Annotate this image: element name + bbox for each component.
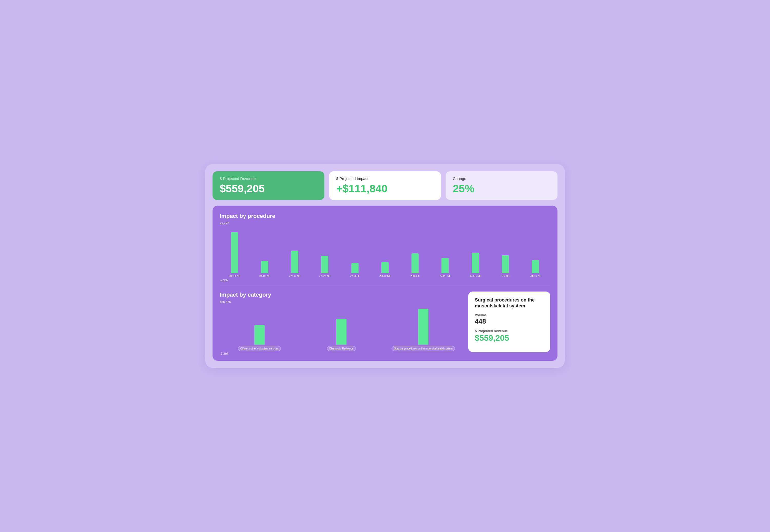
kpi-projected-revenue-value: $559,205 bbox=[220, 183, 317, 195]
procedure-bar[interactable] bbox=[472, 253, 479, 273]
detail-revenue-label: $ Projected Revenue bbox=[475, 329, 543, 333]
procedure-bar-label: 27130 F bbox=[350, 275, 360, 277]
bottom-row: Impact by category $56,676 Office or oth… bbox=[220, 292, 550, 356]
kpi-projected-impact-label: $ Projected Impact bbox=[336, 176, 434, 181]
kpi-change-value: 25% bbox=[453, 183, 550, 195]
procedure-bar-col: 27130 F bbox=[341, 226, 369, 277]
category-section: Impact by category $56,676 Office or oth… bbox=[220, 292, 463, 356]
procedure-bar[interactable] bbox=[532, 260, 539, 273]
procedure-chart-area: 22,477 99214 NF99203 NF27447 NFJ7324 NF2… bbox=[220, 222, 550, 282]
category-bar-label: Diagnostic Radiology bbox=[327, 346, 356, 351]
procedure-bar-col: J7324 NF bbox=[311, 226, 339, 277]
procedure-bar[interactable] bbox=[351, 263, 359, 273]
procedure-bar-label: 27130 F bbox=[501, 275, 510, 277]
procedure-bar[interactable] bbox=[231, 232, 238, 273]
detail-revenue-value: $559,205 bbox=[475, 333, 543, 343]
kpi-change-label: Change bbox=[453, 176, 550, 181]
procedure-bar-col: 20610 NF bbox=[371, 226, 399, 277]
category-y-min: -7,393 bbox=[220, 352, 463, 356]
category-bar-col: Diagnostic Radiology bbox=[303, 305, 380, 351]
procedure-bar-col: 99214 NF bbox=[221, 226, 248, 277]
procedure-bar[interactable] bbox=[381, 262, 389, 273]
category-bar-chart: Office or other outpatient servicesDiagn… bbox=[220, 305, 463, 351]
procedure-bar[interactable] bbox=[261, 261, 268, 273]
kpi-projected-impact: $ Projected Impact +$111,840 bbox=[329, 171, 441, 200]
category-y-max: $56,676 bbox=[220, 300, 463, 304]
category-bar-col: Surgical procedures on the musculoskelet… bbox=[385, 305, 462, 351]
procedure-bar-col: 27130 F bbox=[491, 226, 519, 277]
procedure-bar-label: 27447 NF bbox=[440, 275, 451, 277]
procedure-bar-col: 99203 NF bbox=[251, 226, 278, 277]
kpi-change: Change 25% bbox=[446, 171, 557, 200]
kpi-row: $ Projected Revenue $559,205 $ Projected… bbox=[213, 171, 557, 200]
procedure-bar-label: 29826 F bbox=[410, 275, 420, 277]
procedure-bar-label: 20610 NF bbox=[379, 275, 391, 277]
detail-card: Surgical procedures on the musculskeleta… bbox=[468, 292, 550, 352]
category-chart-area: $56,676 Office or other outpatient servi… bbox=[220, 300, 463, 356]
procedure-bar-col: 27447 NF bbox=[281, 226, 309, 277]
procedure-bar-label: 99203 NF bbox=[259, 275, 270, 277]
category-chart-title: Impact by category bbox=[220, 292, 463, 298]
dashboard-card: $ Projected Revenue $559,205 $ Projected… bbox=[205, 164, 565, 368]
procedure-bar-chart: 99214 NF99203 NF27447 NFJ7324 NF27130 F2… bbox=[220, 226, 550, 277]
procedure-bar[interactable] bbox=[321, 256, 328, 273]
detail-volume-label: Volume bbox=[475, 313, 543, 317]
kpi-projected-impact-value: +$111,840 bbox=[336, 183, 434, 195]
procedure-bar[interactable] bbox=[411, 253, 419, 273]
section-divider bbox=[220, 287, 550, 287]
procedure-bar-label: 27447 NF bbox=[289, 275, 300, 277]
category-bar[interactable] bbox=[336, 319, 347, 345]
procedure-bar-label: J7324 NF bbox=[470, 275, 481, 277]
detail-card-title: Surgical procedures on the musculskeleta… bbox=[475, 297, 543, 309]
kpi-projected-revenue-label: $ Projected Revenue bbox=[220, 176, 317, 181]
procedure-bar-col: J7324 NF bbox=[461, 226, 489, 277]
procedure-bar-label: 20610 NF bbox=[530, 275, 541, 277]
kpi-projected-revenue: $ Projected Revenue $559,205 bbox=[213, 171, 324, 200]
procedure-bar-col: 29826 F bbox=[401, 226, 429, 277]
category-bar-label: Office or other outpatient services bbox=[238, 346, 281, 351]
procedure-y-min: -2,932 bbox=[220, 278, 550, 282]
category-bar[interactable] bbox=[254, 325, 265, 345]
category-bar-col: Office or other outpatient services bbox=[221, 305, 298, 351]
category-bar[interactable] bbox=[418, 309, 428, 345]
charts-card: Impact by procedure 22,477 99214 NF99203… bbox=[213, 206, 557, 361]
procedure-bar-col: 27447 NF bbox=[431, 226, 459, 277]
detail-volume-value: 448 bbox=[475, 317, 543, 325]
procedure-bar[interactable] bbox=[502, 255, 509, 273]
category-bar-label: Surgical procedures on the musculoskelet… bbox=[392, 346, 455, 351]
procedure-bar[interactable] bbox=[441, 258, 449, 273]
procedure-bar[interactable] bbox=[291, 250, 298, 273]
procedure-y-max: 22,477 bbox=[220, 222, 550, 225]
procedure-chart-title: Impact by procedure bbox=[220, 213, 550, 219]
procedure-bar-label: J7324 NF bbox=[319, 275, 330, 277]
procedure-bar-label: 99214 NF bbox=[229, 275, 240, 277]
procedure-bar-col: 20610 NF bbox=[522, 226, 549, 277]
